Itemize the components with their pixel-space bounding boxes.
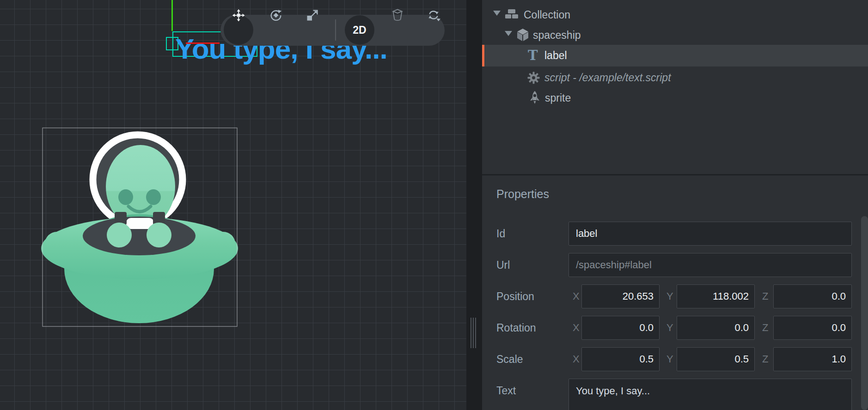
2d-mode-button[interactable]: 2D — [345, 15, 374, 45]
script-gear-icon — [527, 72, 540, 84]
position-z-axis-label: Z — [762, 290, 768, 302]
camera-refresh-icon — [428, 11, 440, 21]
alien-hand-right — [147, 223, 171, 247]
scale-x-field[interactable]: 0.5 — [581, 347, 660, 371]
splitter-grip-icon — [471, 318, 477, 348]
rotate-tool-button[interactable] — [269, 8, 283, 23]
rotate-icon — [271, 10, 281, 20]
scale-x-axis-label: X — [573, 353, 580, 365]
outline-item-spaceship[interactable]: spaceship — [482, 25, 868, 45]
id-label: Id — [496, 228, 505, 240]
scale-label: Scale — [496, 353, 523, 366]
scale-tool-button[interactable] — [305, 8, 320, 23]
outline-properties-divider — [482, 174, 868, 175]
properties-title: Properties — [496, 187, 549, 201]
move-icon — [232, 9, 245, 22]
scene-toolbar — [220, 15, 445, 46]
panel-splitter[interactable] — [466, 0, 482, 410]
outline-item-label: Collection — [524, 9, 570, 21]
editor-window: You type, I say... — [0, 0, 868, 410]
alien-hand-left — [107, 223, 132, 247]
rotation-z-axis-label: Z — [762, 322, 768, 334]
outline-item-label: spaceship — [533, 29, 581, 42]
outline-item-label: sprite — [545, 92, 571, 104]
scene-viewport[interactable]: You type, I say... — [0, 0, 466, 410]
sprite-rocket-icon — [530, 91, 540, 105]
move-tool-button[interactable] — [231, 8, 246, 23]
scale-y-field[interactable]: 0.5 — [677, 347, 755, 371]
label-type-icon: T — [528, 48, 538, 63]
alien-eye-right — [146, 189, 161, 205]
outline-item-label: label — [544, 49, 567, 62]
outline-item-collection[interactable]: Collection — [482, 5, 868, 25]
frustum-icon — [393, 10, 402, 21]
toolbar-separator — [335, 19, 336, 41]
url-label: Url — [496, 259, 510, 271]
chevron-expanded-icon[interactable] — [505, 31, 512, 36]
rotation-y-field[interactable]: 0.0 — [677, 316, 755, 340]
properties-scrollbar-thumb[interactable] — [861, 216, 868, 410]
id-field[interactable]: label — [568, 222, 852, 246]
rotation-x-field[interactable]: 0.0 — [581, 316, 660, 340]
position-x-field[interactable]: 20.653 — [581, 284, 660, 308]
rotation-y-axis-label: Y — [666, 322, 673, 334]
scale-y-axis-label: Y — [666, 353, 673, 365]
game-object-icon — [516, 28, 529, 42]
outline-item-sprite[interactable]: sprite — [482, 88, 868, 108]
alien-eye-left — [118, 189, 133, 205]
position-y-axis-label: Y — [666, 290, 673, 302]
url-field: /spaceship#label — [568, 253, 852, 277]
position-z-field[interactable]: 0.0 — [773, 284, 852, 308]
text-field[interactable]: You type, I say... — [568, 379, 852, 410]
spaceship-sprite[interactable] — [32, 120, 245, 332]
outline-item-label-node[interactable]: T label — [482, 45, 868, 66]
rotation-z-field[interactable]: 0.0 — [773, 316, 852, 340]
position-y-field[interactable]: 118.002 — [677, 284, 755, 308]
position-x-axis-label: X — [573, 290, 580, 302]
scale-icon — [307, 11, 318, 21]
camera-refresh-button[interactable] — [426, 8, 441, 23]
rotation-label: Rotation — [496, 322, 536, 334]
position-label: Position — [496, 290, 534, 303]
outline-item-label: script - /example/text.script — [544, 72, 671, 84]
move-gizmo-y-axis[interactable] — [171, 0, 173, 31]
chevron-expanded-icon[interactable] — [493, 11, 501, 16]
frustum-culling-button[interactable] — [390, 8, 405, 23]
text-label: Text — [496, 385, 516, 397]
scale-z-field[interactable]: 1.0 — [773, 347, 852, 371]
right-panel: Collection spaceship T label — [482, 0, 868, 410]
outline-item-script[interactable]: script - /example/text.script — [482, 67, 868, 88]
scale-z-axis-label: Z — [762, 353, 768, 365]
collection-icon — [505, 8, 519, 20]
rotation-x-axis-label: X — [573, 322, 580, 334]
selected-row-accent-bar — [482, 45, 484, 66]
move-gizmo-x-axis[interactable] — [186, 42, 220, 44]
